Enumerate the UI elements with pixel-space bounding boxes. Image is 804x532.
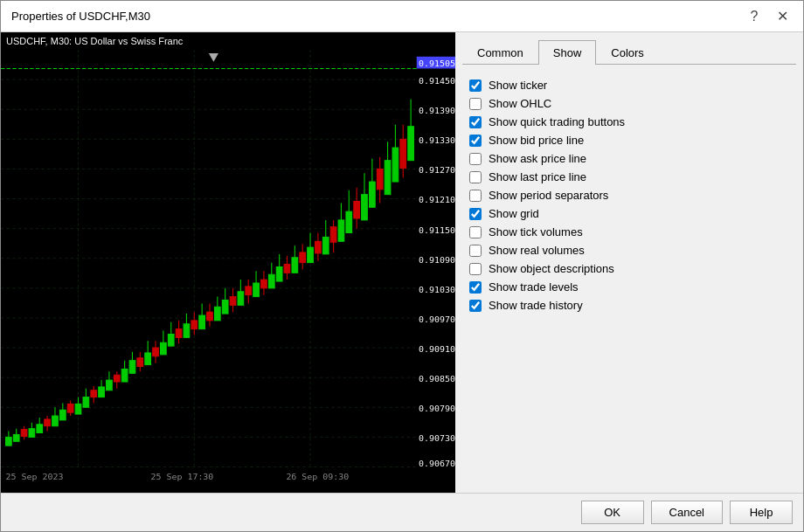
label-show-ticker[interactable]: Show ticker xyxy=(489,79,547,92)
svg-text:0.91390: 0.91390 xyxy=(419,107,455,115)
tab-colors[interactable]: Colors xyxy=(596,40,659,65)
svg-rect-110 xyxy=(292,258,298,273)
label-show-quick-trading[interactable]: Show quick trading buttons xyxy=(489,115,625,128)
svg-text:0.90910: 0.90910 xyxy=(419,345,455,354)
dialog-title: Properties of USDCHF,M30 xyxy=(11,10,150,23)
svg-rect-104 xyxy=(268,274,274,288)
label-show-bid-price[interactable]: Show bid price line xyxy=(489,134,584,147)
svg-text:0.91450: 0.91450 xyxy=(419,77,455,86)
svg-rect-98 xyxy=(246,287,252,295)
help-button[interactable]: Help xyxy=(730,501,793,524)
svg-text:0.91150: 0.91150 xyxy=(419,225,455,234)
svg-rect-102 xyxy=(261,280,267,288)
svg-rect-138 xyxy=(400,139,406,168)
svg-rect-134 xyxy=(385,161,391,195)
tab-show[interactable]: Show xyxy=(538,40,597,65)
svg-rect-36 xyxy=(6,437,12,446)
chart-container: 0.91450 0.91390 0.91330 0.91270 0.91210 … xyxy=(1,50,455,484)
checkbox-show-ohlc[interactable] xyxy=(469,98,482,110)
svg-rect-108 xyxy=(284,265,290,273)
help-title-button[interactable]: ? xyxy=(744,6,765,27)
close-button[interactable]: ✕ xyxy=(772,6,793,27)
svg-rect-112 xyxy=(300,252,306,263)
svg-rect-88 xyxy=(207,312,213,321)
option-show-ohlc: Show OHLC xyxy=(469,97,789,110)
cancel-button[interactable]: Cancel xyxy=(651,501,723,524)
bottom-bar: OK Cancel Help xyxy=(1,493,803,531)
label-show-grid[interactable]: Show grid xyxy=(489,207,539,220)
option-show-last-price: Show last price line xyxy=(469,170,789,183)
checkbox-show-object-descriptions[interactable] xyxy=(469,263,482,275)
checkbox-show-quick-trading[interactable] xyxy=(469,116,482,128)
svg-text:0.90730: 0.90730 xyxy=(419,434,455,443)
option-show-grid: Show grid xyxy=(469,207,789,220)
checkbox-show-period-separators[interactable] xyxy=(469,190,482,202)
svg-rect-96 xyxy=(238,292,244,306)
svg-rect-66 xyxy=(121,369,128,382)
option-show-trade-history: Show trade history xyxy=(469,299,789,312)
svg-rect-80 xyxy=(176,329,182,338)
svg-rect-54 xyxy=(75,404,81,414)
svg-rect-136 xyxy=(392,148,399,182)
label-show-last-price[interactable]: Show last price line xyxy=(489,170,586,183)
option-show-trade-levels: Show trade levels xyxy=(469,280,789,294)
svg-text:0.91505: 0.91505 xyxy=(419,59,455,67)
options-list: Show ticker Show OHLC Show quick trading… xyxy=(462,75,796,315)
option-show-object-descriptions: Show object descriptions xyxy=(469,262,789,275)
svg-rect-130 xyxy=(370,182,376,207)
svg-rect-126 xyxy=(354,201,360,218)
svg-rect-48 xyxy=(52,416,59,426)
checkbox-show-ask-price[interactable] xyxy=(469,153,482,165)
checkbox-show-real-volumes[interactable] xyxy=(469,245,482,257)
svg-text:0.90850: 0.90850 xyxy=(419,375,455,383)
option-show-quick-trading: Show quick trading buttons xyxy=(469,115,789,128)
checkbox-show-trade-history[interactable] xyxy=(469,300,482,312)
svg-text:0.91210: 0.91210 xyxy=(419,196,455,204)
checkbox-show-trade-levels[interactable] xyxy=(469,281,482,294)
svg-text:0.90790: 0.90790 xyxy=(419,404,455,413)
svg-rect-94 xyxy=(230,297,236,306)
tab-common[interactable]: Common xyxy=(462,40,538,65)
label-show-ohlc[interactable]: Show OHLC xyxy=(489,97,551,110)
label-show-trade-levels[interactable]: Show trade levels xyxy=(489,280,579,294)
checkbox-show-tick-volumes[interactable] xyxy=(469,226,482,238)
svg-rect-44 xyxy=(37,425,43,433)
svg-text:26 Sep 09:30: 26 Sep 09:30 xyxy=(286,473,349,481)
title-bar: Properties of USDCHF,M30 ? ✕ xyxy=(1,1,803,32)
svg-rect-100 xyxy=(253,283,260,297)
ok-button[interactable]: OK xyxy=(581,501,644,524)
svg-rect-82 xyxy=(184,324,190,338)
svg-rect-118 xyxy=(322,237,329,253)
tabs-container: Common Show Colors xyxy=(462,39,796,65)
checkbox-show-ticker[interactable] xyxy=(469,79,482,92)
label-show-real-volumes[interactable]: Show real volumes xyxy=(489,244,585,257)
label-show-ask-price[interactable]: Show ask price line xyxy=(489,152,586,165)
label-show-tick-volumes[interactable]: Show tick volumes xyxy=(489,225,583,238)
svg-rect-140 xyxy=(408,127,414,161)
svg-rect-42 xyxy=(29,429,35,438)
svg-rect-62 xyxy=(107,380,113,390)
svg-rect-132 xyxy=(377,169,383,189)
checkbox-show-bid-price[interactable] xyxy=(469,135,482,147)
option-show-bid-price: Show bid price line xyxy=(469,134,789,147)
svg-text:0.90670: 0.90670 xyxy=(419,459,455,468)
label-show-object-descriptions[interactable]: Show object descriptions xyxy=(489,262,614,275)
svg-rect-72 xyxy=(145,353,151,365)
svg-rect-116 xyxy=(315,241,322,253)
checkbox-show-grid[interactable] xyxy=(469,208,482,220)
svg-rect-128 xyxy=(362,195,368,220)
option-show-period-separators: Show period separators xyxy=(469,189,789,202)
svg-rect-74 xyxy=(153,348,159,356)
svg-rect-64 xyxy=(114,375,120,382)
svg-text:0.91270: 0.91270 xyxy=(419,166,455,175)
label-show-trade-history[interactable]: Show trade history xyxy=(489,299,583,312)
svg-rect-122 xyxy=(338,220,344,241)
option-show-ticker: Show ticker xyxy=(469,79,789,92)
right-panel: Common Show Colors Show ticker Show OHLC xyxy=(455,32,803,493)
svg-rect-114 xyxy=(308,247,314,263)
svg-rect-52 xyxy=(67,404,73,412)
svg-text:0.91030: 0.91030 xyxy=(419,285,455,294)
chart-panel: USDCHF, M30: US Dollar vs Swiss Franc xyxy=(1,32,455,493)
checkbox-show-last-price[interactable] xyxy=(469,171,482,183)
label-show-period-separators[interactable]: Show period separators xyxy=(489,189,608,202)
